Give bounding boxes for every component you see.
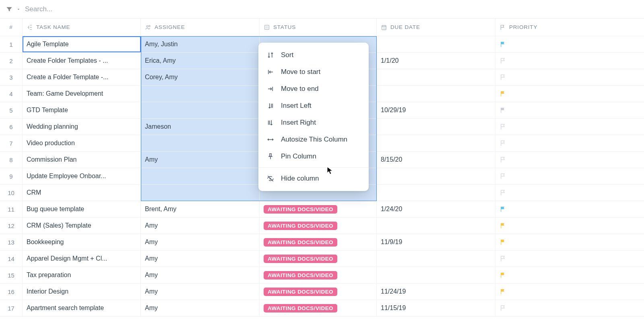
status-cell[interactable]: AWAITING DOCS/VIDEO — [260, 267, 377, 283]
task-name-cell[interactable]: Bug queue template — [23, 201, 141, 217]
header-rownum[interactable]: # — [0, 18, 23, 36]
assignee-cell[interactable] — [141, 185, 260, 201]
due-date-cell[interactable] — [377, 119, 495, 135]
assignee-cell[interactable]: Amy — [141, 267, 260, 283]
priority-cell[interactable] — [495, 86, 644, 102]
status-cell[interactable]: AWAITING DOCS/VIDEO — [260, 234, 377, 250]
due-date-cell[interactable]: 1/24/20 — [377, 201, 495, 217]
assignee-cell[interactable]: Brent, Amy — [141, 201, 260, 217]
priority-cell[interactable] — [495, 168, 644, 184]
assignee-cell[interactable]: Amy — [141, 251, 260, 267]
task-name-cell[interactable]: Team: Game Development — [23, 86, 141, 102]
due-date-cell[interactable]: 11/24/19 — [377, 284, 495, 300]
priority-cell[interactable] — [495, 152, 644, 168]
due-date-cell[interactable]: 10/29/19 — [377, 102, 495, 118]
task-name-cell[interactable]: Tax preparation — [23, 267, 141, 283]
due-date-cell[interactable] — [377, 267, 495, 283]
task-name-cell[interactable]: Interior Design — [23, 284, 141, 300]
due-date-cell[interactable] — [377, 185, 495, 201]
assignee-cell[interactable]: Amy — [141, 300, 260, 316]
menu-item-sort[interactable]: Sort — [258, 47, 369, 64]
task-name-cell[interactable]: Commission Plan — [23, 152, 141, 168]
table-row[interactable]: 13 Bookkeeping Amy AWAITING DOCS/VIDEO 1… — [0, 234, 644, 251]
task-name-cell[interactable]: Agile Template — [23, 36, 141, 52]
due-date-cell[interactable]: 8/15/20 — [377, 152, 495, 168]
due-date-cell[interactable]: 11/9/19 — [377, 234, 495, 250]
assignee-cell[interactable] — [141, 102, 260, 118]
assignee-cell[interactable]: Amy — [141, 284, 260, 300]
priority-cell[interactable] — [495, 69, 644, 85]
task-name-cell[interactable]: Bookkeeping — [23, 234, 141, 250]
assignee-cell[interactable]: Corey, Amy — [141, 69, 260, 85]
priority-cell[interactable] — [495, 267, 644, 283]
priority-cell[interactable] — [495, 234, 644, 250]
task-name-cell[interactable]: Create Folder Templates - ... — [23, 53, 141, 69]
menu-item-pin[interactable]: Pin Column — [258, 148, 369, 165]
due-date-cell[interactable] — [377, 135, 495, 151]
assignee-cell[interactable] — [141, 168, 260, 184]
assignee-cell[interactable]: Amy, Justin — [141, 36, 260, 52]
task-name-cell[interactable]: CRM — [23, 185, 141, 201]
due-date-cell[interactable] — [377, 251, 495, 267]
table-row[interactable]: 11 Bug queue template Brent, Amy AWAITIN… — [0, 201, 644, 218]
assignee-cell[interactable] — [141, 86, 260, 102]
priority-cell[interactable] — [495, 218, 644, 234]
priority-cell[interactable] — [495, 102, 644, 118]
status-cell[interactable]: AWAITING DOCS/VIDEO — [260, 300, 377, 316]
due-date-cell[interactable] — [377, 218, 495, 234]
task-name-cell[interactable]: Apparel Design Mgmt + Cl... — [23, 251, 141, 267]
priority-cell[interactable] — [495, 36, 644, 52]
assignee-cell[interactable]: Amy — [141, 218, 260, 234]
task-name-cell[interactable]: Video production — [23, 135, 141, 151]
menu-item-to-start[interactable]: Move to start — [258, 64, 369, 80]
assignee-cell[interactable]: Amy — [141, 234, 260, 250]
header-assignee[interactable]: ASSIGNEE — [141, 18, 260, 36]
due-date-cell[interactable]: 11/15/19 — [377, 300, 495, 316]
menu-item-autosize[interactable]: Autosize This Column — [258, 131, 369, 148]
priority-cell[interactable] — [495, 53, 644, 69]
header-task-name[interactable]: TASK NAME — [23, 18, 141, 36]
table-row[interactable]: 15 Tax preparation Amy AWAITING DOCS/VID… — [0, 267, 644, 284]
status-cell[interactable]: AWAITING DOCS/VIDEO — [260, 218, 377, 234]
header-priority[interactable]: PRIORITY — [495, 18, 644, 36]
assignee-cell[interactable]: Jameson — [141, 119, 260, 135]
priority-cell[interactable] — [495, 135, 644, 151]
status-cell[interactable]: AWAITING DOCS/VIDEO — [260, 201, 377, 217]
assignee-cell[interactable] — [141, 135, 260, 151]
priority-cell[interactable] — [495, 201, 644, 217]
status-cell[interactable]: AWAITING DOCS/VIDEO — [260, 251, 377, 267]
task-name-cell[interactable]: Update Employee Onboar... — [23, 168, 141, 184]
filter-icon[interactable] — [6, 6, 13, 13]
status-cell[interactable]: AWAITING DOCS/VIDEO — [260, 284, 377, 300]
menu-item-hide[interactable]: Hide column — [258, 170, 369, 187]
due-date-cell[interactable] — [377, 86, 495, 102]
priority-cell[interactable] — [495, 185, 644, 201]
due-date-cell[interactable] — [377, 69, 495, 85]
due-date-cell[interactable] — [377, 36, 495, 52]
header-status[interactable]: STATUS — [260, 18, 377, 36]
priority-cell[interactable] — [495, 251, 644, 267]
menu-item-ins-right[interactable]: Insert Right — [258, 114, 369, 131]
task-name-cell[interactable]: Create a Folder Template -... — [23, 69, 141, 85]
table-row[interactable]: 14 Apparel Design Mgmt + Cl... Amy AWAIT… — [0, 251, 644, 267]
task-name-cell[interactable]: GTD Template — [23, 102, 141, 118]
priority-cell[interactable] — [495, 300, 644, 316]
table-row[interactable]: 17 Apartment search template Amy AWAITIN… — [0, 300, 644, 317]
task-name-cell[interactable]: Apartment search template — [23, 300, 141, 316]
due-date-cell[interactable]: 1/1/20 — [377, 53, 495, 69]
priority-cell[interactable] — [495, 284, 644, 300]
task-name-cell[interactable]: Wedding planning — [23, 119, 141, 135]
search-input[interactable] — [24, 4, 638, 15]
assignee-cell[interactable]: Amy — [141, 152, 260, 168]
priority-cell[interactable] — [495, 119, 644, 135]
task-name-cell[interactable]: CRM (Sales) Template — [23, 218, 141, 234]
table-row[interactable]: 16 Interior Design Amy AWAITING DOCS/VID… — [0, 284, 644, 300]
svg-rect-12 — [501, 273, 501, 278]
menu-item-to-end[interactable]: Move to end — [258, 80, 369, 97]
menu-item-ins-left[interactable]: Insert Left — [258, 97, 369, 114]
due-date-cell[interactable] — [377, 168, 495, 184]
assignee-cell[interactable]: Erica, Amy — [141, 53, 260, 69]
caret-down-icon[interactable] — [16, 7, 21, 12]
header-due-date[interactable]: 31 DUE DATE — [377, 18, 495, 36]
table-row[interactable]: 12 CRM (Sales) Template Amy AWAITING DOC… — [0, 218, 644, 234]
